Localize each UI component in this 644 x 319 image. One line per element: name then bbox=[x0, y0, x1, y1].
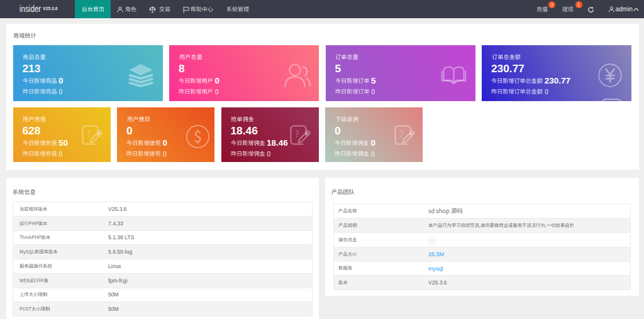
svg-text:404: 404 bbox=[430, 239, 435, 242]
